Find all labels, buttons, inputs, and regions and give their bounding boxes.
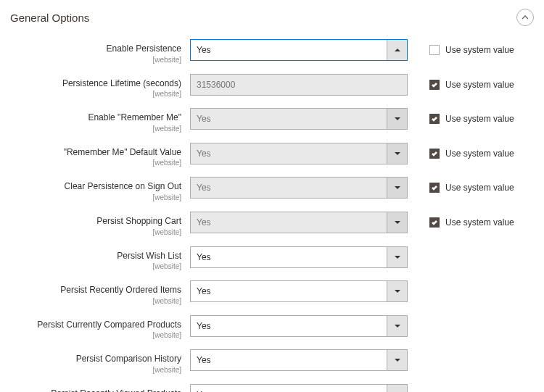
- scope-label: [website]: [10, 366, 181, 374]
- row-clear-on-signout: Clear Persistence on Sign Out [website] …: [10, 177, 534, 201]
- select-arrow[interactable]: [387, 143, 407, 164]
- select-persist-shopping-cart[interactable]: Yes: [190, 212, 408, 233]
- select-persist-comparison-history[interactable]: Yes: [190, 349, 408, 371]
- row-persistence-lifetime: Persistence Lifetime (seconds) [website]…: [10, 74, 534, 99]
- select-arrow[interactable]: [387, 350, 407, 370]
- sys-label[interactable]: Use system value: [445, 114, 514, 124]
- label-persist-comparison-history: Persist Comparison History: [76, 354, 181, 364]
- select-value: Yes: [191, 40, 387, 60]
- svg-marker-6: [395, 290, 400, 293]
- collapse-button[interactable]: [516, 9, 534, 26]
- row-persist-compared: Persist Currently Compared Products [web…: [10, 315, 534, 340]
- label-enable-remember-me: Enable "Remember Me": [88, 112, 181, 122]
- scope-label: [website]: [10, 90, 181, 98]
- select-enable-persistence[interactable]: Yes: [190, 39, 408, 61]
- svg-marker-7: [395, 325, 400, 328]
- caret-down-icon: [395, 220, 400, 225]
- select-arrow[interactable]: [387, 385, 407, 392]
- row-remember-me-default: "Remember Me" Default Value [website] Ye…: [10, 143, 534, 167]
- select-arrow[interactable]: [387, 281, 407, 301]
- check-icon: [431, 115, 438, 122]
- checkbox-sys-clear-on-signout[interactable]: [429, 183, 440, 193]
- select-persist-recent-ordered[interactable]: Yes: [190, 280, 408, 302]
- check-icon: [431, 184, 438, 191]
- select-arrow[interactable]: [387, 109, 407, 129]
- svg-marker-0: [395, 49, 400, 51]
- caret-down-icon: [395, 357, 400, 363]
- select-value: Yes: [191, 316, 387, 336]
- select-value: Yes: [191, 385, 387, 392]
- label-persist-compared: Persist Currently Compared Products: [37, 320, 181, 330]
- select-arrow[interactable]: [387, 178, 407, 198]
- caret-up-icon: [395, 47, 400, 53]
- select-arrow[interactable]: [387, 212, 407, 233]
- scope-label: [website]: [10, 193, 181, 201]
- label-persist-recently-viewed: Persist Recently Viewed Products: [51, 388, 181, 392]
- select-enable-remember-me[interactable]: Yes: [190, 108, 408, 130]
- caret-down-icon: [395, 323, 400, 329]
- checkbox-sys-persist-shopping-cart[interactable]: [429, 217, 440, 228]
- scope-label: [website]: [10, 331, 181, 339]
- svg-marker-1: [395, 117, 400, 120]
- select-remember-me-default[interactable]: Yes: [190, 143, 408, 164]
- row-persist-shopping-cart: Persist Shopping Cart [website] Yes Use …: [10, 212, 534, 236]
- select-value: Yes: [191, 247, 387, 267]
- sys-label[interactable]: Use system value: [445, 45, 514, 55]
- select-persist-wish-list[interactable]: Yes: [190, 246, 408, 268]
- sys-label[interactable]: Use system value: [445, 217, 514, 228]
- label-clear-on-signout: Clear Persistence on Sign Out: [65, 181, 181, 191]
- row-enable-remember-me: Enable "Remember Me" [website] Yes Use s…: [10, 108, 534, 133]
- label-persist-recent-ordered: Persist Recently Ordered Items: [60, 285, 181, 295]
- svg-marker-8: [395, 359, 400, 362]
- select-arrow[interactable]: [387, 40, 407, 60]
- check-icon: [431, 150, 438, 157]
- section-title[interactable]: General Options: [10, 12, 89, 24]
- scope-label: [website]: [10, 56, 181, 64]
- scope-label: [website]: [10, 159, 181, 167]
- select-persist-compared[interactable]: Yes: [190, 315, 408, 337]
- caret-down-icon: [395, 288, 400, 294]
- scope-label: [website]: [10, 228, 181, 236]
- svg-marker-4: [395, 221, 400, 224]
- select-value: Yes: [191, 350, 387, 370]
- checkbox-sys-enable-persistence[interactable]: [429, 45, 440, 55]
- row-persist-comparison-history: Persist Comparison History [website] Yes: [10, 349, 534, 374]
- checkbox-sys-remember-me-default[interactable]: [429, 149, 440, 159]
- select-value: Yes: [191, 281, 387, 301]
- sys-label[interactable]: Use system value: [445, 183, 514, 193]
- caret-down-icon: [395, 254, 400, 260]
- svg-marker-5: [395, 256, 400, 259]
- caret-down-icon: [395, 185, 400, 191]
- sys-label[interactable]: Use system value: [445, 80, 514, 90]
- label-persist-shopping-cart: Persist Shopping Cart: [96, 216, 181, 226]
- svg-marker-2: [395, 152, 400, 155]
- select-arrow[interactable]: [387, 316, 407, 336]
- label-enable-persistence: Enable Persistence: [107, 43, 181, 54]
- label-persistence-lifetime: Persistence Lifetime (seconds): [62, 78, 181, 88]
- check-icon: [431, 219, 438, 226]
- select-value: Yes: [191, 143, 387, 164]
- select-value: Yes: [191, 212, 387, 233]
- caret-down-icon: [395, 116, 400, 122]
- svg-marker-3: [395, 186, 400, 189]
- select-arrow[interactable]: [387, 247, 407, 267]
- row-persist-recent-ordered: Persist Recently Ordered Items [website]…: [10, 280, 534, 305]
- scope-label: [website]: [10, 297, 181, 305]
- chevron-up-icon: [522, 14, 529, 21]
- label-persist-wish-list: Persist Wish List: [117, 251, 181, 261]
- select-persist-recently-viewed[interactable]: Yes: [190, 384, 408, 392]
- scope-label: [website]: [10, 125, 181, 133]
- caret-down-icon: [395, 151, 400, 157]
- row-persist-recently-viewed: Persist Recently Viewed Products [websit…: [10, 384, 534, 392]
- input-persistence-lifetime[interactable]: [190, 74, 408, 96]
- checkbox-sys-persistence-lifetime[interactable]: [429, 80, 440, 90]
- row-enable-persistence: Enable Persistence [website] Yes Use sys…: [10, 39, 534, 64]
- scope-label: [website]: [10, 262, 181, 270]
- select-clear-on-signout[interactable]: Yes: [190, 177, 408, 199]
- label-remember-me-default: "Remember Me" Default Value: [64, 147, 181, 157]
- select-value: Yes: [191, 109, 387, 129]
- check-icon: [431, 81, 438, 88]
- sys-label[interactable]: Use system value: [445, 149, 514, 159]
- checkbox-sys-enable-remember-me[interactable]: [429, 114, 440, 124]
- row-persist-wish-list: Persist Wish List [website] Yes: [10, 246, 534, 271]
